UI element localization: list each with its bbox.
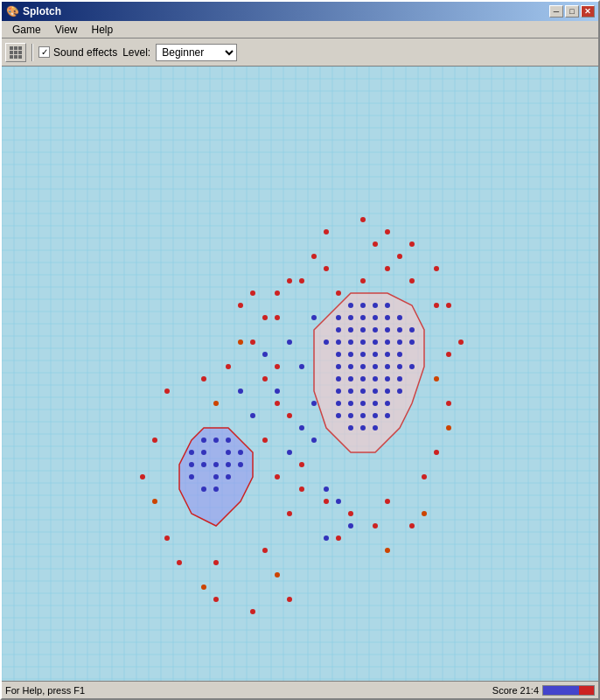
toolbar: ✓ Sound effects Level: Beginner Intermed…: [2, 38, 598, 66]
menubar: Game View Help: [2, 21, 598, 38]
score-blue-bar: [543, 686, 579, 695]
score-bar: [542, 685, 595, 696]
score-area: Score 21:4: [492, 685, 595, 696]
grid-toggle-button[interactable]: [5, 43, 26, 62]
level-select[interactable]: Beginner Intermediate Advanced: [156, 44, 237, 61]
statusbar: For Help, press F1 Score 21:4: [2, 681, 598, 698]
sound-effects-checkbox[interactable]: ✓: [38, 46, 50, 58]
level-label: Level:: [122, 46, 150, 59]
window-title: Splotch: [23, 5, 549, 18]
grid-icon: [10, 46, 22, 59]
help-text: For Help, press F1: [5, 685, 492, 696]
game-canvas[interactable]: [2, 66, 598, 681]
titlebar-buttons: ─ □ ✕: [549, 5, 595, 18]
checkmark: ✓: [41, 47, 48, 57]
main-window: 🎨 Splotch ─ □ ✕ Game View Help ✓ Sound e…: [0, 0, 600, 700]
sound-effects-label: Sound effects: [53, 46, 117, 59]
score-red-bar: [579, 686, 594, 695]
menu-view[interactable]: View: [48, 22, 85, 38]
score-text: Score 21:4: [492, 685, 539, 696]
menu-game[interactable]: Game: [5, 22, 48, 38]
titlebar: 🎨 Splotch ─ □ ✕: [2, 2, 598, 21]
menu-help[interactable]: Help: [84, 22, 120, 38]
sound-effects-area: ✓ Sound effects: [38, 46, 117, 59]
game-grid-canvas: [2, 66, 598, 681]
close-button[interactable]: ✕: [581, 5, 595, 18]
minimize-button[interactable]: ─: [549, 5, 563, 18]
app-icon: 🎨: [5, 4, 19, 18]
maximize-button[interactable]: □: [565, 5, 579, 18]
toolbar-separator: [31, 44, 33, 61]
